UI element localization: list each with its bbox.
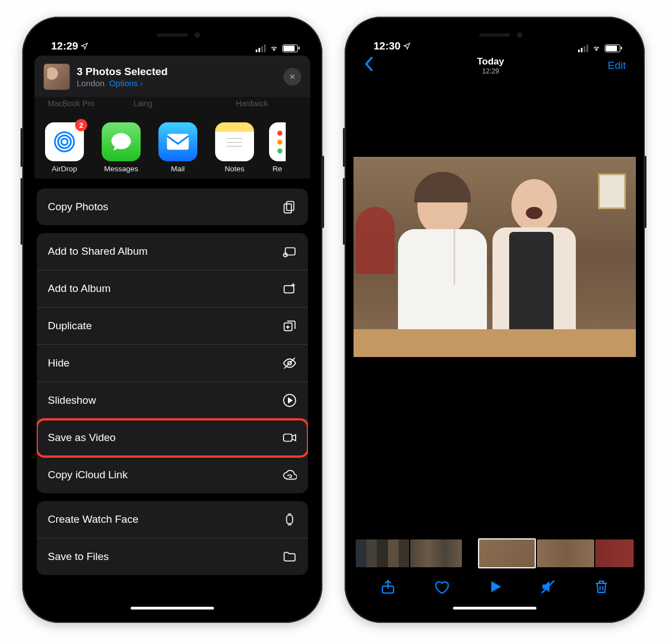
action-group-1: Copy Photos	[37, 189, 308, 225]
airdrop-targets-row: MacBook Pro Laing Hardwick	[34, 97, 310, 113]
back-button[interactable]	[364, 56, 374, 76]
action-group-2: Add to Shared Album Add to Album Duplica…	[37, 233, 308, 493]
signal-bars-icon	[578, 44, 588, 52]
play-circle-icon	[282, 393, 297, 408]
svg-rect-7	[287, 201, 294, 210]
copy-icon	[282, 200, 297, 214]
nav-title-group: Today 12:29	[477, 56, 504, 75]
action-save-to-files[interactable]: Save to Files	[37, 538, 308, 575]
battery-icon	[605, 44, 620, 52]
share-thumbnail	[43, 63, 70, 90]
photo-toolbar	[354, 571, 636, 603]
airdrop-target[interactable]: MacBook Pro	[48, 99, 94, 108]
duplicate-icon	[282, 319, 297, 333]
home-indicator[interactable]	[131, 607, 214, 610]
nav-title: Today	[477, 56, 504, 67]
wifi-icon	[269, 44, 279, 52]
svg-rect-17	[287, 515, 293, 523]
heart-icon[interactable]	[433, 578, 450, 595]
share-options-link[interactable]: Options ›	[109, 78, 143, 88]
play-icon[interactable]	[486, 578, 503, 595]
share-title: 3 Photos Selected	[77, 66, 168, 78]
thumb-item[interactable]	[537, 539, 594, 567]
edit-button[interactable]: Edit	[608, 60, 626, 72]
screen-left: 12:29 3 Photos Selected London Options ›	[31, 26, 313, 614]
mail-icon	[166, 133, 190, 151]
app-mail[interactable]: Mail	[156, 122, 200, 173]
thumb-item[interactable]	[410, 539, 462, 567]
app-notes[interactable]: Notes	[212, 122, 257, 173]
svg-point-1	[58, 136, 71, 148]
app-airdrop[interactable]: 2 AirDrop	[42, 122, 87, 173]
action-copy-photos[interactable]: Copy Photos	[37, 189, 308, 225]
thumbnail-strip[interactable]	[354, 538, 636, 568]
wifi-icon	[591, 44, 601, 52]
messages-icon	[109, 130, 133, 153]
thumb-item[interactable]	[595, 539, 634, 567]
action-hide[interactable]: Hide	[37, 345, 308, 382]
status-time: 12:29	[51, 40, 78, 52]
trash-icon[interactable]	[593, 578, 610, 595]
svg-rect-16	[283, 434, 292, 442]
status-time: 12:30	[374, 40, 401, 52]
share-apps-row[interactable]: 2 AirDrop Messages Mail Notes	[34, 113, 310, 179]
share-subtitle: London Options ›	[77, 78, 168, 88]
album-add-icon	[282, 281, 297, 296]
signal-bars-icon	[256, 44, 266, 52]
folder-icon	[282, 549, 297, 564]
home-indicator[interactable]	[453, 607, 536, 610]
svg-rect-11	[284, 286, 293, 293]
status-indicators	[256, 44, 298, 52]
thumb-item-selected[interactable]	[478, 538, 536, 568]
nav-bar: Today 12:29 Edit	[354, 52, 636, 79]
thumb-item[interactable]	[356, 539, 409, 567]
shared-album-icon	[282, 244, 297, 259]
notch	[111, 26, 233, 44]
action-slideshow[interactable]: Slideshow	[37, 382, 308, 419]
action-add-shared-album[interactable]: Add to Shared Album	[37, 233, 308, 270]
action-add-album[interactable]: Add to Album	[37, 270, 308, 308]
airdrop-target[interactable]: Hardwick	[236, 99, 268, 108]
photo-main[interactable]	[354, 157, 636, 357]
airdrop-target[interactable]: Laing	[133, 99, 152, 108]
status-indicators	[578, 44, 620, 52]
nav-subtitle: 12:29	[477, 67, 504, 75]
action-save-as-video[interactable]: Save as Video	[37, 419, 308, 457]
location-arrow-icon	[403, 42, 411, 50]
app-messages[interactable]: Messages	[99, 122, 143, 173]
share-icon[interactable]	[380, 578, 396, 595]
app-badge: 2	[75, 119, 87, 131]
action-copy-icloud-link[interactable]: Copy iCloud Link	[37, 457, 308, 493]
phone-right: 12:30 Today 12:29 Edit	[345, 17, 645, 623]
action-group-3: Create Watch Face Save to Files	[37, 501, 308, 575]
watch-icon	[282, 512, 297, 527]
chevron-left-icon	[364, 56, 374, 72]
airdrop-icon	[52, 129, 77, 155]
app-reminders[interactable]: Re	[269, 122, 286, 173]
svg-point-0	[61, 138, 68, 145]
phone-left: 12:29 3 Photos Selected London Options ›	[22, 17, 322, 623]
battery-icon	[282, 44, 298, 52]
action-duplicate[interactable]: Duplicate	[37, 308, 308, 345]
action-create-watch-face[interactable]: Create Watch Face	[37, 501, 308, 538]
svg-rect-3	[167, 134, 188, 150]
hide-icon	[282, 356, 297, 370]
mute-icon[interactable]	[540, 578, 556, 595]
close-button[interactable]	[283, 68, 301, 86]
svg-rect-8	[284, 204, 291, 213]
close-icon	[288, 73, 296, 81]
share-sheet-header: 3 Photos Selected London Options ›	[34, 56, 310, 97]
location-arrow-icon	[81, 42, 88, 50]
notes-icon	[223, 135, 246, 148]
video-icon	[282, 430, 297, 445]
screen-right: 12:30 Today 12:29 Edit	[354, 26, 636, 614]
cloud-link-icon	[282, 468, 297, 482]
notch	[434, 26, 556, 44]
